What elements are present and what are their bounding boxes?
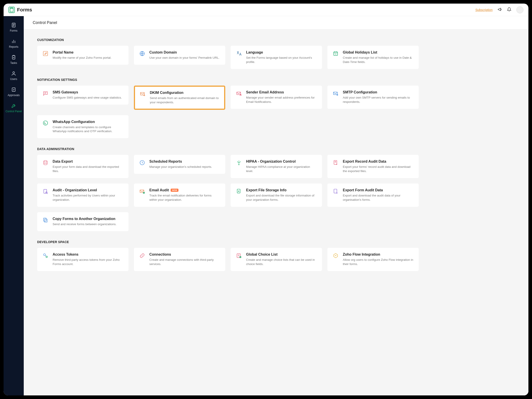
topbar-right: Subscription: [475, 6, 524, 13]
card-title: Copy Forms to Another Organization: [53, 217, 123, 221]
card-zoho-flow[interactable]: Zoho Flow Integration Allow org users to…: [327, 248, 419, 271]
svg-rect-29: [334, 161, 337, 164]
sidebar-item-label: Control Panel: [6, 110, 22, 113]
card-title: Global Choice List: [246, 252, 317, 257]
card-desc: Manage HIPAA compliance at your organiza…: [246, 165, 317, 174]
document-export-icon: [332, 160, 339, 166]
card-access-tokens[interactable]: Access Tokens Remove third-party access …: [37, 248, 128, 271]
new-badge: NEW: [171, 189, 178, 192]
card-custom-domain[interactable]: Custom Domain Use your own domain in you…: [134, 46, 225, 65]
card-language[interactable]: Language Set the Forms language based on…: [231, 46, 322, 69]
svg-rect-40: [44, 219, 47, 222]
card-global-holidays[interactable]: 31 Global Holidays List Create and manag…: [327, 46, 419, 69]
card-desc: Manage your organization's scheduled rep…: [149, 165, 220, 169]
calendar-icon: 31: [332, 50, 339, 57]
card-portal-name[interactable]: Portal Name Modify the name of your Zoho…: [37, 46, 128, 65]
sidebar-item-forms[interactable]: Forms: [4, 19, 24, 35]
card-export-record-audit[interactable]: Export Record Audit Data Export your for…: [327, 155, 419, 178]
globe-icon: [139, 50, 145, 57]
key-icon: [42, 252, 49, 259]
svg-text:31: 31: [335, 53, 336, 55]
scroll-area[interactable]: CUSTOMIZATION Portal Name Modify the nam…: [24, 30, 528, 395]
card-desc: Create and manage connections with third…: [149, 258, 220, 266]
card-title: HIPAA - Organization Control: [246, 160, 317, 164]
card-desc: Track the email notification deliveries …: [149, 193, 220, 202]
avatar[interactable]: [516, 6, 524, 13]
card-title: Connections: [149, 252, 220, 257]
card-title: Scheduled Reports: [149, 160, 220, 164]
section-heading-notification: NOTIFICATION SETTINGS: [37, 78, 515, 82]
sidebar-item-label: Tasks: [10, 61, 17, 64]
card-title: Global Holidays List: [343, 50, 414, 54]
card-copy-forms[interactable]: Copy Forms to Another Organization Send …: [37, 212, 128, 231]
envelope-user-icon: [236, 90, 242, 97]
card-dkim-configuration[interactable]: DKIM Configuration Send emails from an a…: [134, 86, 225, 110]
card-email-audit[interactable]: Email Audit NEW Track the email notifica…: [134, 183, 225, 207]
sidebar-item-approvals[interactable]: Approvals: [4, 84, 24, 100]
edit-icon: [42, 50, 49, 57]
topbar: Forms Subscription: [4, 4, 528, 16]
card-sms-gateways[interactable]: SMS Gateways Configure SMS gateways and …: [37, 86, 128, 105]
card-smtp-configuration[interactable]: SMTP Configuration Add your own SMTP ser…: [327, 86, 419, 109]
forms-logo-icon: [8, 7, 15, 13]
card-title: Data Export: [53, 160, 123, 164]
section-heading-data-admin: DATA ADMINISTRATION: [37, 147, 515, 151]
audit-icon: [42, 188, 49, 194]
page-title: Control Panel: [24, 16, 528, 30]
database-icon: [42, 160, 49, 166]
card-global-choice-list[interactable]: Global Choice List Create and manage cho…: [231, 248, 322, 271]
card-desc: Add your own SMTP servers for sending em…: [343, 96, 414, 104]
envelope-key-icon: [139, 91, 146, 97]
notifications-icon[interactable]: [507, 7, 511, 13]
card-desc: Set the Forms language based on your Acc…: [246, 56, 317, 64]
card-scheduled-reports[interactable]: Scheduled Reports Manage your organizati…: [134, 155, 225, 174]
sidebar-item-label: Reports: [9, 45, 18, 48]
announcements-icon[interactable]: [498, 7, 502, 13]
link-icon: [139, 252, 145, 259]
app-logo[interactable]: Forms: [8, 7, 32, 13]
grid-developer: Access Tokens Remove third-party access …: [37, 248, 515, 271]
svg-point-26: [44, 161, 47, 162]
card-desc: Create and manage choice lists that can …: [246, 258, 317, 266]
card-export-form-audit[interactable]: Export Form Audit Data Export and downlo…: [327, 183, 419, 207]
card-title: Zoho Flow Integration: [343, 252, 414, 257]
card-desc: Manage your sender email address prefere…: [246, 96, 317, 104]
card-connections[interactable]: Connections Create and manage connection…: [134, 248, 225, 271]
sidebar: Forms Reports Tasks Users Approvals Cont…: [4, 16, 24, 395]
envelope-check-icon: [139, 188, 145, 194]
language-icon: [236, 50, 242, 57]
card-desc: Create channels and templates to configu…: [53, 125, 123, 134]
card-export-file-storage[interactable]: Export File Storage Info Export and down…: [231, 183, 322, 207]
sidebar-item-label: Forms: [10, 29, 18, 32]
card-desc: Track activities performed by Users with…: [53, 193, 123, 202]
list-icon: [236, 252, 242, 259]
card-audit-org[interactable]: Audit - Organization Level Track activit…: [37, 183, 128, 207]
sidebar-item-reports[interactable]: Reports: [4, 35, 24, 51]
card-title: WhatsApp Configuration: [53, 120, 123, 124]
card-title: Email Audit NEW: [149, 188, 220, 192]
sidebar-item-tasks[interactable]: Tasks: [4, 51, 24, 68]
sidebar-item-label: Users: [10, 77, 17, 81]
card-desc: Modify the name of your Zoho Forms porta…: [53, 56, 123, 60]
grid-notification: SMS Gateways Configure SMS gateways and …: [37, 86, 515, 138]
svg-rect-19: [140, 92, 144, 95]
svg-rect-23: [333, 92, 337, 95]
copy-icon: [42, 217, 49, 223]
card-hipaa[interactable]: HIPAA - Organization Control Manage HIPA…: [231, 155, 322, 178]
flow-icon: [332, 252, 339, 259]
card-title: Audit - Organization Level: [53, 188, 123, 192]
chat-icon: [42, 90, 49, 97]
svg-point-25: [43, 121, 48, 125]
card-title: Language: [246, 50, 317, 54]
sidebar-item-control-panel[interactable]: Control Panel: [4, 100, 24, 116]
svg-point-20: [144, 95, 145, 96]
sidebar-item-users[interactable]: Users: [4, 68, 24, 84]
card-desc: Export your form data and download the e…: [53, 165, 123, 174]
card-data-export[interactable]: Data Export Export your form data and do…: [37, 155, 128, 178]
card-sender-email[interactable]: Sender Email Address Manage your sender …: [231, 86, 322, 109]
card-desc: Export and download the audit data of yo…: [343, 193, 414, 202]
subscription-link[interactable]: Subscription: [475, 8, 493, 12]
card-whatsapp-configuration[interactable]: WhatsApp Configuration Create channels a…: [37, 115, 128, 138]
card-desc: Use your own domain in your forms' Perma…: [149, 56, 220, 60]
clock-icon: [139, 160, 145, 166]
